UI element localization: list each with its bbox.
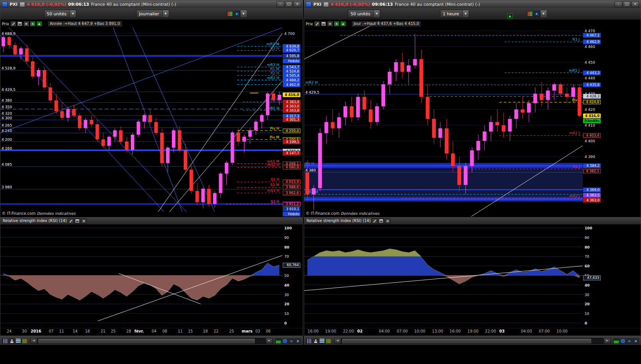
- price-chip: 4 424,6: [583, 100, 601, 104]
- add-icon[interactable]: +: [30, 21, 36, 26]
- rsi-scale-label: 20: [284, 302, 289, 306]
- title-bar[interactable]: PXI 4 416,0 (-0,02%) 09:06:13 France 40 …: [0, 0, 303, 8]
- units-dropdown[interactable]: 50 unités ▼: [348, 10, 380, 18]
- toolbar-icon-group: +: [227, 11, 240, 16]
- trend-up-icon[interactable]: ▲: [340, 21, 346, 26]
- chevron-down-icon[interactable]: ▼: [540, 10, 547, 17]
- title-bar[interactable]: PXI 4 416,0 (-0,02%) 09:06:13 France 40 …: [304, 0, 641, 8]
- price-plot[interactable]: 4 688,94 528,94 429,54 3804 3504 3204 30…: [0, 20, 282, 217]
- minimize-button[interactable]: –: [277, 1, 284, 7]
- time-axis-label: 18: [85, 329, 90, 333]
- candlestick-icon[interactable]: [2, 338, 8, 344]
- indicators-icon[interactable]: +: [234, 11, 240, 16]
- price-axis[interactable]: 4 4704 4604 4504 4404 4304 4204 4104 400…: [583, 20, 641, 217]
- list-icon[interactable]: [319, 338, 325, 344]
- bottom-right-icon-group: −+: [275, 338, 301, 344]
- scroll-left-arrow[interactable]: ◄: [30, 338, 37, 344]
- units-dropdown[interactable]: 50 unités ▼: [44, 10, 76, 18]
- horizontal-scrollbar[interactable]: ◄ ►: [334, 338, 611, 344]
- panel-icon[interactable]: [74, 218, 80, 224]
- user-icon[interactable]: [9, 338, 15, 344]
- scrollbar-track[interactable]: [341, 338, 603, 344]
- units-value: 50 unités: [351, 12, 370, 16]
- zoom-out-icon[interactable]: −: [626, 338, 632, 344]
- price-header-icons: ×+▲: [314, 21, 346, 26]
- scrollbar-thumb[interactable]: [342, 339, 591, 343]
- bottom-toolbar: ◄ ► −+: [304, 335, 641, 345]
- panel-icon[interactable]: [378, 218, 384, 224]
- grid-icon[interactable]: [22, 338, 28, 344]
- price-axis[interactable]: 4 7004 639,84 620,74 595,8Hebdo4 543,74 …: [282, 20, 303, 217]
- scroll-right-arrow[interactable]: ►: [266, 338, 273, 344]
- timeframe-dropdown[interactable]: 1 heure ▼: [440, 10, 469, 18]
- close-icon[interactable]: ×: [385, 218, 391, 224]
- rsi-scale-label: 50: [284, 273, 289, 278]
- price-plot[interactable]: 4 429,5R1 H4 380R1 JmR1 JmR2 HPiv JmS1 J…: [304, 20, 583, 217]
- time-axis-label: 14: [73, 329, 77, 333]
- rsi-plot[interactable]: [304, 225, 583, 328]
- close-button[interactable]: ×: [293, 1, 301, 7]
- mini-chart-icon[interactable]: ▲: [507, 13, 513, 19]
- maximize-button[interactable]: □: [285, 1, 293, 7]
- add-icon[interactable]: +: [334, 21, 339, 26]
- price-chip: 53m49s: [583, 119, 601, 123]
- zoom-out-icon[interactable]: −: [288, 338, 294, 344]
- histogram-icon[interactable]: [275, 338, 281, 344]
- indicators-icon[interactable]: +: [534, 11, 540, 16]
- time-axis-label: 04:00: [379, 329, 390, 333]
- wrench-icon[interactable]: [68, 218, 74, 224]
- user-icon[interactable]: [313, 338, 318, 344]
- zoom-in-icon[interactable]: +: [633, 338, 639, 344]
- zoom-mode-icon[interactable]: [282, 338, 288, 344]
- rsi-scale-label: 30: [585, 293, 589, 297]
- horizontal-scrollbar[interactable]: ◄ ►: [30, 338, 273, 344]
- time-axis-label: 16:00: [450, 329, 461, 333]
- scrollbar-track[interactable]: [38, 338, 265, 344]
- wrench-icon[interactable]: [314, 21, 320, 26]
- rsi-chart-area[interactable]: [0, 225, 282, 328]
- time-axis-label: 19:00: [325, 329, 336, 333]
- time-axis-label: 16:00: [308, 329, 319, 333]
- rsi-chart-area[interactable]: [304, 225, 583, 328]
- timeframe-dropdown[interactable]: Journalier ▼: [136, 10, 169, 18]
- price-chart-area[interactable]: Prix ×+▲ Jour :+Haut 4 437,6 +Bas 4 415,…: [304, 20, 583, 217]
- panel-icon[interactable]: [321, 21, 326, 26]
- positions-icon[interactable]: [227, 11, 233, 16]
- time-axis-label: 04:00: [521, 329, 532, 333]
- time-axis-label: 07:00: [539, 329, 550, 333]
- minimize-button[interactable]: –: [615, 1, 622, 7]
- price-chip: 4 620,7: [283, 48, 300, 53]
- histogram-icon[interactable]: [613, 338, 619, 344]
- rsi-plot[interactable]: [0, 225, 282, 328]
- svg-text:Piv H: Piv H: [270, 126, 279, 130]
- scroll-left-arrow[interactable]: ◄: [334, 338, 341, 344]
- wrench-icon[interactable]: [10, 21, 16, 26]
- wrench-icon[interactable]: [372, 218, 377, 224]
- trend-up-icon[interactable]: ▲: [36, 21, 42, 26]
- axis-tick-label: 4 460: [585, 44, 595, 49]
- scroll-right-arrow[interactable]: ►: [604, 338, 611, 344]
- price-chart-area[interactable]: Prix ×+▲ Année :+Haut 4 647,9 +Bas 3 891…: [0, 20, 282, 217]
- chart-window-daily: PXI 4 416,0 (-0,02%) 09:06:13 France 40 …: [0, 0, 303, 345]
- scrollbar-thumb[interactable]: [38, 339, 255, 343]
- list-icon[interactable]: [15, 338, 21, 344]
- positions-icon[interactable]: [527, 11, 533, 16]
- axis-tick-label: 4 700: [284, 31, 295, 36]
- panel-icon[interactable]: [17, 21, 23, 26]
- maximize-button[interactable]: □: [623, 1, 631, 7]
- close-icon[interactable]: ×: [81, 218, 87, 224]
- price-chip: 3 910,1: [283, 207, 300, 211]
- zoom-in-icon[interactable]: +: [295, 338, 301, 344]
- close-button[interactable]: ×: [631, 1, 639, 7]
- copyright-label: © IT-Finance.com Données indicatives: [2, 211, 76, 216]
- chevron-down-icon[interactable]: ▼: [240, 10, 247, 17]
- grid-icon[interactable]: [326, 338, 331, 344]
- svg-text:R1 J: R1 J: [573, 37, 580, 41]
- bottom-toolbar: ◄ ► −+: [0, 335, 303, 345]
- price-change-label: 4 416,0 (-0,02%): [27, 2, 66, 7]
- candlestick-icon[interactable]: [306, 338, 312, 344]
- zoom-mode-icon[interactable]: [620, 338, 626, 344]
- close-icon[interactable]: ×: [327, 21, 333, 26]
- close-icon[interactable]: ×: [23, 21, 29, 26]
- price-panel-header: Prix ×+▲ Jour :+Haut 4 437,6 +Bas 4 415,…: [306, 21, 583, 27]
